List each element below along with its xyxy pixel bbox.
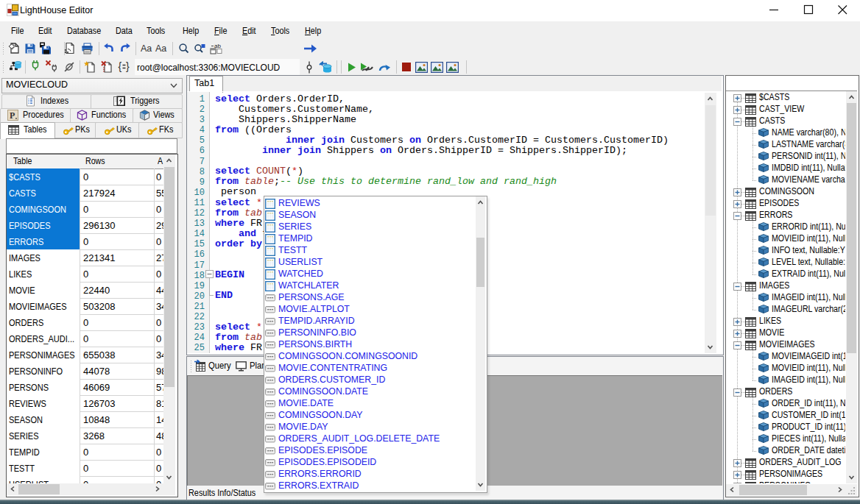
svg-text:P: P bbox=[10, 110, 15, 121]
svg-text:}: } bbox=[126, 60, 130, 72]
svg-text:{: { bbox=[119, 60, 122, 72]
